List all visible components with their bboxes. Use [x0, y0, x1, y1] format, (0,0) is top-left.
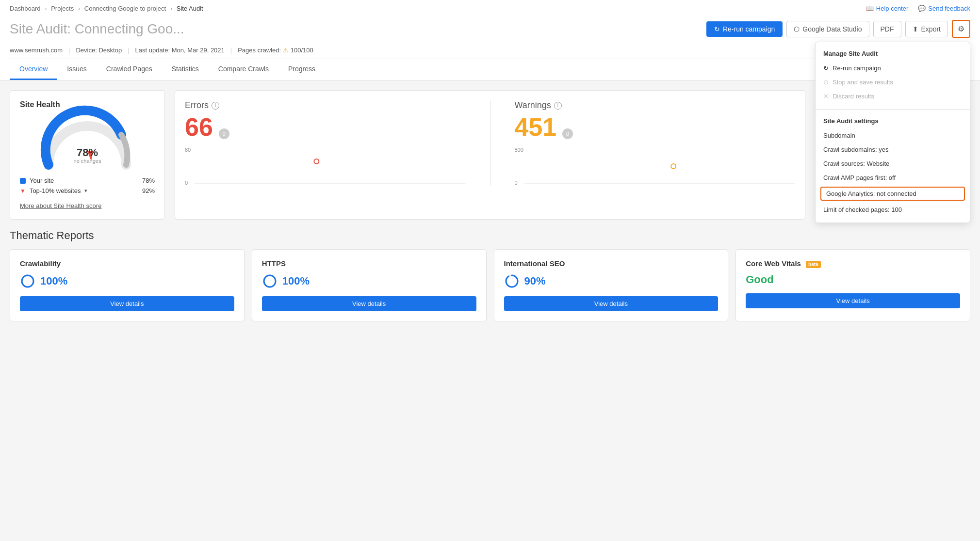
errors-title: Errors i	[185, 100, 466, 111]
last-update: Last update: Mon, Mar 29, 2021	[135, 47, 225, 54]
core-web-vitals-card: Core Web Vitals beta Good View details	[735, 249, 970, 321]
export-icon: ⬆	[913, 25, 918, 33]
export-button[interactable]: ⬆ Export	[905, 21, 948, 37]
settings-title: Site Audit settings	[816, 115, 970, 128]
gauge-chart: 78% no changes	[39, 116, 136, 170]
warnings-info-icon[interactable]: i	[554, 102, 562, 110]
breadcrumb: Dashboard › Projects › Connecting Google…	[10, 5, 203, 12]
core-web-vitals-view-details[interactable]: View details	[746, 293, 960, 308]
svg-point-8	[22, 275, 33, 287]
warnings-block: Warnings i 451 0 800 0	[515, 100, 796, 186]
international-seo-metric: 90%	[504, 273, 719, 289]
crawl-sources-item[interactable]: Crawl sources: Website	[816, 157, 970, 171]
more-health-link[interactable]: More about Site Health score	[20, 202, 101, 209]
breadcrumb-current: Site Audit	[177, 5, 203, 12]
beta-badge: beta	[806, 261, 821, 268]
tab-crawled-pages[interactable]: Crawled Pages	[97, 59, 162, 80]
pdf-button[interactable]: PDF	[873, 21, 901, 37]
settings-dropdown: Manage Site Audit ↻ Re-run campaign ⊙ St…	[815, 42, 970, 223]
svg-text:78%: 78%	[77, 146, 98, 159]
site-health-card: Site Health 78% no changes	[10, 90, 165, 220]
metrics-row: Errors i 66 0 80 0	[185, 100, 795, 186]
chevron-down-icon: ▾	[84, 188, 87, 194]
breadcrumb-projects[interactable]: Projects	[51, 5, 74, 12]
google-analytics-item[interactable]: Google Analytics: not connected	[820, 187, 965, 201]
svg-point-6	[671, 164, 676, 169]
reports-row: Crawlability 100% View details HTTPS	[10, 249, 970, 321]
manage-section: Manage Site Audit ↻ Re-run campaign ⊙ St…	[816, 42, 970, 110]
errors-info-icon[interactable]: i	[212, 102, 219, 110]
stop-icon: ⊙	[823, 79, 829, 86]
tab-statistics[interactable]: Statistics	[162, 59, 209, 80]
manage-title: Manage Site Audit	[816, 48, 970, 61]
help-center-link[interactable]: 📖 Help center	[866, 5, 908, 12]
errors-chart: 80 0	[185, 147, 466, 186]
rerun-dropdown-item[interactable]: ↻ Re-run campaign	[816, 61, 970, 75]
international-seo-progress-circle	[504, 273, 520, 289]
subdomain-item[interactable]: Subdomain	[816, 128, 970, 143]
title-buttons: ↻ Re-run campaign ⬡ Google Data Studio P…	[706, 20, 970, 38]
international-seo-card: International SEO 90% View details	[494, 249, 729, 321]
discard-item: ✕ Discard results	[816, 89, 970, 103]
https-title: HTTPS	[262, 259, 476, 268]
https-card: HTTPS 100% View details	[252, 249, 487, 321]
page-title: Site Audit: Connecting Goo...	[10, 21, 184, 37]
device-info: Device: Desktop	[76, 47, 122, 54]
breadcrumb-dashboard[interactable]: Dashboard	[10, 5, 41, 12]
svg-point-12	[506, 275, 518, 287]
google-data-studio-button[interactable]: ⬡ Google Data Studio	[786, 21, 869, 37]
svg-text:no changes: no changes	[74, 158, 101, 164]
legend: Your site 78% ▼ Top-10% websites ▾ 92%	[20, 177, 155, 194]
core-web-vitals-title: Core Web Vitals beta	[746, 259, 960, 268]
thematic-reports-section: Thematic Reports Crawlability 100% View …	[10, 229, 970, 321]
international-seo-title: International SEO	[504, 259, 719, 268]
warning-icon: ⚠	[283, 47, 289, 54]
errors-badge: 0	[219, 128, 229, 139]
limit-pages-item[interactable]: Limit of checked pages: 100	[816, 203, 970, 217]
crawlability-card: Crawlability 100% View details	[10, 249, 245, 321]
errors-block: Errors i 66 0 80 0	[185, 100, 466, 186]
pages-crawled-label: Pages crawled:	[238, 47, 281, 54]
crawl-subdomains-item[interactable]: Crawl subdomains: yes	[816, 143, 970, 157]
gear-button[interactable]: ⚙	[952, 20, 970, 38]
thematic-reports-title: Thematic Reports	[10, 229, 970, 242]
https-progress-circle	[262, 273, 278, 289]
tab-overview[interactable]: Overview	[10, 59, 57, 80]
tab-progress[interactable]: Progress	[278, 59, 325, 80]
https-metric: 100%	[262, 273, 476, 289]
book-icon: 📖	[866, 5, 874, 12]
breadcrumb-project[interactable]: Connecting Google to project	[84, 5, 166, 12]
discard-icon: ✕	[823, 93, 829, 100]
metrics-divider	[490, 100, 490, 186]
website-url: www.semrush.com	[10, 47, 63, 54]
send-feedback-link[interactable]: 💬 Send feedback	[918, 5, 970, 12]
settings-section: Site Audit settings Subdomain Crawl subd…	[816, 110, 970, 223]
tab-issues[interactable]: Issues	[57, 59, 96, 80]
arrow-down-icon: ▼	[20, 188, 26, 194]
tab-compare-crawls[interactable]: Compare Crawls	[209, 59, 278, 80]
crawlability-metric: 100%	[20, 273, 234, 289]
warnings-title: Warnings i	[515, 100, 796, 111]
https-view-details[interactable]: View details	[262, 296, 476, 311]
core-web-vitals-metric: Good	[746, 273, 960, 286]
rerun-icon: ↻	[714, 25, 720, 33]
errors-value: 66	[185, 113, 213, 141]
warnings-chart-svg	[524, 147, 796, 186]
warnings-badge: 0	[562, 128, 573, 139]
crawl-amp-item[interactable]: Crawl AMP pages first: off	[816, 171, 970, 185]
crawlability-progress-circle	[20, 273, 35, 289]
svg-point-10	[264, 275, 276, 287]
warnings-value: 451	[515, 113, 557, 141]
gauge-container: 78% no changes	[20, 116, 155, 170]
errors-chart-svg	[195, 147, 466, 186]
gds-icon: ⬡	[794, 25, 800, 33]
svg-point-4	[314, 159, 319, 164]
international-seo-view-details[interactable]: View details	[504, 296, 719, 311]
pages-count: 100/100	[291, 47, 313, 54]
blue-dot	[20, 178, 26, 184]
rerun-dropdown-icon: ↻	[823, 64, 829, 72]
legend-top-sites: ▼ Top-10% websites ▾ 92%	[20, 187, 155, 194]
rerun-button[interactable]: ↻ Re-run campaign	[706, 21, 783, 37]
warnings-chart: 800 0	[515, 147, 796, 186]
crawlability-view-details[interactable]: View details	[20, 296, 234, 311]
